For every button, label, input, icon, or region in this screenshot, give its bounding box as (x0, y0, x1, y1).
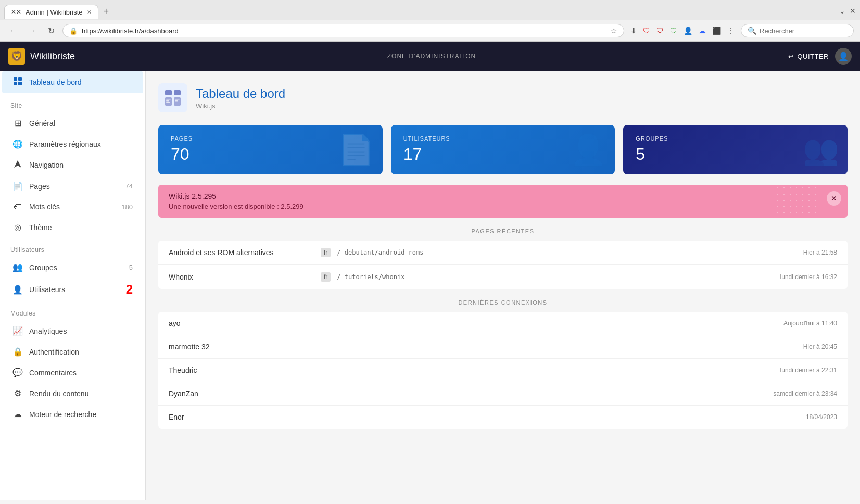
tab-bar: ✕✕ Admin | Wikilibriste ✕ + ⌄ ✕ (0, 0, 860, 20)
list-item[interactable]: DyanZan samedi dernier à 23:34 (158, 382, 848, 406)
page-title: Tableau de bord (196, 86, 285, 101)
sidebar-item-rendu-contenu[interactable]: ⚙ Rendu du contenu (2, 383, 143, 404)
sidebar-item-analytiques[interactable]: 📈 Analytiques (2, 321, 143, 341)
stat-icon-groups: 👥 (803, 133, 839, 167)
sidebar-item-groupes[interactable]: 👥 Groupes 5 (2, 257, 143, 278)
user-avatar[interactable]: 👤 (835, 48, 852, 65)
url-input[interactable] (82, 27, 606, 35)
search-bar[interactable]: 🔍 (741, 24, 854, 37)
logo-icon: 🦁 (8, 48, 25, 65)
active-tab[interactable]: ✕✕ Admin | Wikilibriste ✕ (4, 5, 98, 19)
sidebar-label-parametres-regionaux: Paramètres régionaux (29, 140, 101, 148)
list-item[interactable]: marmotte 32 Hier à 20:45 (158, 335, 848, 359)
page-subtitle: Wiki.js (196, 102, 285, 110)
list-item[interactable]: ayo Aujourd'hui à 11:40 (158, 312, 848, 335)
page-date-1: Hier à 21:58 (803, 249, 837, 256)
list-item[interactable]: Enor 18/04/2023 (158, 406, 848, 429)
page-lang-1: fr (321, 248, 331, 257)
sidebar-item-parametres-regionaux[interactable]: 🌐 Paramètres régionaux (2, 134, 143, 154)
forward-button[interactable]: → (25, 23, 40, 38)
conn-date-5: 18/04/2023 (806, 413, 837, 421)
quit-icon: ↩ (788, 53, 794, 60)
browser-controls: ← → ↻ 🔒 ☆ ⬇ 🛡 🛡 🛡 👤 ☁ ⬛ ⋮ 🔍 (0, 20, 860, 41)
sidebar-label-general: Général (29, 119, 55, 128)
mots-cles-badge: 180 (121, 203, 133, 211)
quit-button[interactable]: ↩ QUITTER (788, 53, 829, 60)
extension-icon-1[interactable]: 🛡 (641, 24, 652, 37)
address-bar[interactable]: 🔒 ☆ (62, 24, 624, 37)
sidebar-label-mots-cles: Mots clés (29, 203, 60, 211)
app-body: Tableau de bord Site ⊞ Général 🌐 Paramèt… (0, 71, 860, 500)
extension-icon-6[interactable]: ⬛ (710, 24, 723, 37)
sidebar: Tableau de bord Site ⊞ Général 🌐 Paramèt… (0, 71, 146, 500)
sidebar-item-theme[interactable]: ◎ Thème (2, 217, 143, 237)
conn-name-5: Enor (169, 413, 184, 421)
search-input[interactable] (760, 27, 847, 35)
svg-rect-1 (18, 77, 22, 81)
extension-icon-2[interactable]: 🛡 (654, 24, 666, 37)
conn-name-3: Theudric (169, 366, 197, 374)
bookmark-icon[interactable]: ☆ (611, 27, 617, 35)
lock-icon: 🔒 (69, 27, 78, 35)
user-icon: 👤 (838, 52, 849, 61)
sidebar-item-mots-cles[interactable]: 🏷 Mots clés 180 (2, 197, 143, 217)
page-path-2: / tutoriels/whonix (337, 273, 404, 281)
pages-icon: 📄 (12, 181, 23, 191)
groups-icon: 👥 (12, 262, 23, 272)
recent-pages-table: Android et ses ROM alternatives fr / deb… (158, 241, 848, 289)
table-row[interactable]: Whonix fr / tutoriels/whonix lundi derni… (158, 265, 848, 289)
table-row[interactable]: Android et ses ROM alternatives fr / deb… (158, 241, 848, 265)
regional-icon: 🌐 (12, 139, 23, 149)
banner-close-button[interactable]: ✕ (827, 191, 841, 206)
sidebar-item-general[interactable]: ⊞ Général (2, 113, 143, 133)
banner-title: Wiki.js 2.5.295 (169, 192, 837, 200)
menu-button[interactable]: ⋮ (725, 24, 737, 37)
sidebar-label-navigation: Navigation (29, 161, 64, 169)
analytics-icon: 📈 (12, 326, 23, 336)
sidebar-item-authentification[interactable]: 🔒 Authentification (2, 342, 143, 362)
sidebar-item-pages[interactable]: 📄 Pages 74 (2, 176, 143, 196)
back-button[interactable]: ← (6, 23, 21, 38)
browser-chrome: ✕✕ Admin | Wikilibriste ✕ + ⌄ ✕ ← → ↻ 🔒 … (0, 0, 860, 42)
sidebar-item-moteur-recherche[interactable]: ☁ Moteur de recherche (2, 404, 143, 424)
svg-rect-9 (166, 99, 171, 100)
sidebar-item-utilisateurs[interactable]: 👤 Utilisateurs 2 (2, 278, 143, 301)
quit-label: QUITTER (797, 53, 829, 60)
stat-icon-pages: 📄 (338, 133, 374, 167)
svg-rect-10 (166, 100, 169, 102)
svg-rect-12 (175, 99, 180, 100)
new-tab-button[interactable]: + (98, 3, 115, 20)
close-browser-button[interactable]: ✕ (850, 7, 856, 15)
extension-icon-4[interactable]: 👤 (681, 24, 694, 37)
banner-description: Une nouvelle version est disponible : 2.… (169, 203, 837, 210)
tab-dropdown-button[interactable]: ⌄ (839, 7, 845, 15)
page-date-2: lundi dernier à 16:32 (780, 273, 837, 281)
sidebar-item-commentaires[interactable]: 💬 Commentaires (2, 362, 143, 383)
sidebar-item-tableau-de-bord[interactable]: Tableau de bord (2, 71, 143, 93)
conn-date-2: Hier à 20:45 (803, 343, 837, 350)
main-content: Tableau de bord Wiki.js PAGES 70 📄 UTILI… (146, 71, 860, 500)
dashboard-icon (12, 77, 23, 88)
extension-icon-3[interactable]: 🛡 (668, 24, 679, 37)
stat-card-users: UTILISATEURS 17 👤 (391, 125, 615, 174)
update-banner: Wiki.js 2.5.295 Une nouvelle version est… (158, 185, 848, 218)
tags-icon: 🏷 (12, 202, 23, 211)
tab-title: Admin | Wikilibriste (26, 8, 83, 16)
list-item[interactable]: Theudric lundi dernier à 22:31 (158, 359, 848, 382)
sidebar-label-rendu-contenu: Rendu du contenu (29, 389, 88, 398)
svg-rect-0 (14, 77, 17, 81)
sidebar-label-commentaires: Commentaires (29, 369, 77, 377)
sidebar-label-groupes: Groupes (29, 263, 57, 272)
conn-name-1: ayo (169, 319, 181, 327)
sidebar-label-utilisateurs: Utilisateurs (29, 285, 65, 294)
svg-rect-6 (174, 90, 181, 95)
pages-badge: 74 (125, 182, 133, 190)
download-icon[interactable]: ⬇ (628, 24, 639, 37)
sidebar-item-navigation[interactable]: Navigation (2, 155, 143, 175)
extension-icon-5[interactable]: ☁ (697, 24, 708, 37)
tab-close-button[interactable]: ✕ (87, 9, 92, 16)
page-header-icon (158, 83, 187, 112)
svg-rect-13 (175, 100, 178, 102)
search-icon: 🔍 (748, 27, 756, 35)
reload-button[interactable]: ↻ (44, 23, 58, 38)
